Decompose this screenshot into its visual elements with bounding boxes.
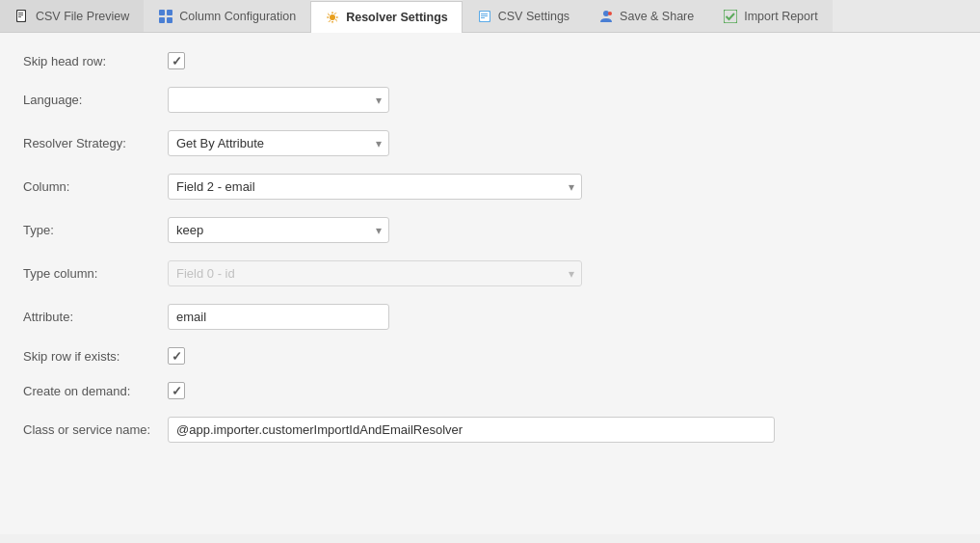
- resolver-strategy-select[interactable]: Get By Attribute Create New Skip: [168, 130, 389, 156]
- svg-rect-8: [167, 17, 172, 23]
- type-select-wrapper: keep create skip: [168, 217, 389, 243]
- skip-row-if-exists-checkbox[interactable]: [168, 347, 185, 365]
- tab-label: Save & Share: [620, 10, 694, 23]
- tab-resolver-settings[interactable]: Resolver Settings: [310, 1, 463, 33]
- create-on-demand-control: [168, 382, 185, 399]
- type-label: Type:: [23, 223, 168, 237]
- doc-icon: [477, 9, 492, 24]
- column-select[interactable]: Field 2 - email Field 0 - id Field 1 - n…: [168, 174, 582, 200]
- skip-head-row-control: [168, 52, 185, 69]
- svg-rect-6: [167, 10, 172, 15]
- svg-rect-3: [18, 14, 23, 15]
- user-icon: [598, 9, 614, 24]
- column-label: Column:: [23, 179, 168, 194]
- create-on-demand-label: Create on demand:: [23, 384, 168, 398]
- create-on-demand-row: Create on demand:: [23, 382, 957, 399]
- svg-rect-7: [159, 17, 165, 23]
- skip-row-if-exists-label: Skip row if exists:: [23, 349, 168, 364]
- class-or-service-name-input[interactable]: [168, 417, 775, 443]
- skip-head-row-label: Skip head row:: [23, 54, 168, 68]
- create-on-demand-checkbox[interactable]: [168, 382, 185, 399]
- svg-rect-1: [17, 11, 25, 21]
- tab-import-report[interactable]: Import Report: [708, 0, 832, 32]
- language-row: Language:: [23, 87, 957, 113]
- type-column-label: Type column:: [23, 266, 168, 281]
- tab-label: Import Report: [744, 10, 817, 23]
- type-column-select-wrapper: Field 0 - id Field 1 - name Field 2 - em…: [168, 260, 582, 286]
- column-select-wrapper: Field 2 - email Field 0 - id Field 1 - n…: [168, 174, 582, 200]
- resolver-strategy-select-wrapper: Get By Attribute Create New Skip: [168, 130, 389, 156]
- type-row: Type: keep create skip: [23, 217, 957, 243]
- tab-label: Column Configuration: [179, 10, 296, 23]
- resolver-strategy-label: Resolver Strategy:: [23, 136, 168, 150]
- content-area: Skip head row: Language: Resolver Strate…: [0, 33, 980, 534]
- class-or-service-name-label: Class or service name:: [23, 422, 168, 437]
- tab-label: CSV Settings: [498, 10, 569, 23]
- svg-rect-4: [18, 16, 21, 17]
- tab-csv-settings[interactable]: CSV Settings: [463, 0, 584, 32]
- tab-label: Resolver Settings: [346, 11, 448, 24]
- resolver-strategy-row: Resolver Strategy: Get By Attribute Crea…: [23, 130, 957, 156]
- check-icon: [723, 9, 738, 24]
- column-row: Column: Field 2 - email Field 0 - id Fie…: [23, 174, 957, 200]
- attribute-input[interactable]: [168, 304, 389, 330]
- language-select[interactable]: [168, 87, 389, 113]
- language-label: Language:: [23, 93, 168, 107]
- skip-row-if-exists-control: [168, 347, 185, 365]
- tab-bar: CSV File Preview Column Configuration Re…: [0, 0, 980, 33]
- type-column-select[interactable]: Field 0 - id Field 1 - name Field 2 - em…: [168, 260, 582, 286]
- class-or-service-name-row: Class or service name:: [23, 417, 957, 443]
- attribute-label: Attribute:: [23, 310, 168, 324]
- grid-icon: [158, 9, 173, 24]
- tab-label: CSV File Preview: [36, 10, 129, 23]
- svg-rect-15: [481, 17, 485, 18]
- tab-column-configuration[interactable]: Column Configuration: [144, 0, 310, 32]
- tab-csv-file-preview[interactable]: CSV File Preview: [0, 0, 144, 32]
- svg-rect-14: [481, 15, 488, 16]
- skip-head-row-checkbox[interactable]: [168, 52, 185, 69]
- svg-rect-2: [18, 13, 23, 14]
- skip-head-row-row: Skip head row:: [23, 52, 957, 69]
- svg-rect-13: [481, 14, 488, 14]
- type-column-row: Type column: Field 0 - id Field 1 - name…: [23, 260, 957, 286]
- type-select[interactable]: keep create skip: [168, 217, 389, 243]
- svg-point-17: [608, 12, 612, 15]
- skip-row-if-exists-row: Skip row if exists:: [23, 347, 957, 365]
- file-icon: [14, 9, 30, 24]
- tab-save-share[interactable]: Save & Share: [584, 0, 708, 32]
- language-select-wrapper: [168, 87, 389, 113]
- svg-rect-5: [159, 10, 165, 15]
- attribute-row: Attribute:: [23, 304, 957, 330]
- gear-icon: [325, 10, 340, 25]
